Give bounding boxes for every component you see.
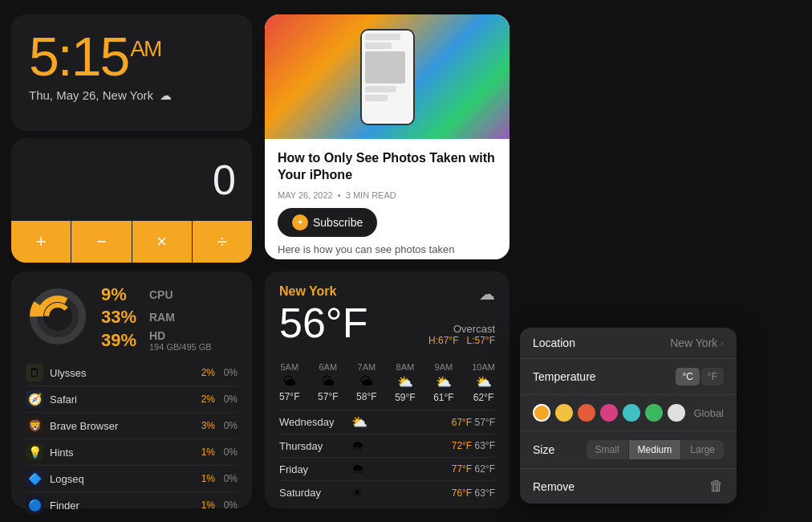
article-content: How to Only See Photos Taken with Your i… bbox=[265, 139, 510, 259]
subscribe-label: Subscribe bbox=[313, 216, 363, 229]
app-cpu-ulysses: 2% bbox=[189, 367, 215, 378]
subscribe-button[interactable]: ✦ Subscribe bbox=[278, 208, 377, 237]
cpu-label: CPU bbox=[149, 288, 173, 301]
clock-time: 5:15AM bbox=[29, 29, 234, 84]
app-cpu-hints: 1% bbox=[189, 447, 215, 458]
hour-item-6am: 6AM 🌥 57°F bbox=[318, 362, 338, 403]
app-cpu-finder: 1% bbox=[189, 500, 215, 511]
swatch-green[interactable] bbox=[645, 404, 663, 422]
phone-row bbox=[365, 43, 392, 49]
color-swatches bbox=[533, 404, 685, 422]
temp-toggle: °C °F bbox=[676, 368, 724, 385]
phone-row bbox=[365, 95, 388, 101]
temp-fahrenheit-button[interactable]: °F bbox=[701, 368, 724, 385]
list-item: 🔵 Finder 1% 0% bbox=[26, 492, 238, 518]
settings-location-value: New York › bbox=[670, 336, 724, 349]
article-read-time: 3 MIN READ bbox=[346, 190, 396, 200]
daily-row-saturday: Saturday ☀ 76°F 63°F bbox=[279, 481, 495, 504]
app-icon-hints: 💡 bbox=[26, 443, 43, 461]
hour-item-9am: 9AM ⛅ 61°F bbox=[433, 362, 453, 403]
article-widget: How to Only See Photos Taken with Your i… bbox=[265, 14, 510, 259]
weather-condition: Overcast bbox=[428, 323, 495, 335]
ram-label: RAM bbox=[149, 311, 175, 324]
swatch-red[interactable] bbox=[578, 404, 595, 422]
app-name-ulysses: Ulysses bbox=[50, 367, 189, 379]
hour-item-7am: 7AM 🌥 58°F bbox=[356, 362, 376, 403]
settings-location-row[interactable]: Location New York › bbox=[520, 328, 737, 359]
daily-row-thursday: Thursday 🌧 72°F 63°F bbox=[279, 434, 495, 458]
settings-color-row: Global bbox=[520, 395, 737, 431]
hourly-row: 5AM 🌥 57°F 6AM 🌥 57°F 7AM 🌥 58°F 8AM ⛅ 5… bbox=[279, 356, 495, 410]
settings-remove-row[interactable]: Remove 🗑 bbox=[520, 469, 737, 504]
ram-value: 33% bbox=[101, 307, 144, 328]
list-item: 🔷 Logseq 1% 0% bbox=[26, 466, 238, 492]
hd-label: HD bbox=[149, 329, 212, 342]
hour-item-10am: 10AM ⛅ 62°F bbox=[472, 362, 495, 403]
settings-temperature-label: Temperature bbox=[533, 370, 676, 383]
size-small-button[interactable]: Small bbox=[587, 440, 629, 459]
calc-display-value: 0 bbox=[213, 156, 236, 204]
clock-ampm: AM bbox=[130, 36, 160, 61]
settings-size-label: Size bbox=[533, 443, 587, 456]
app-ram-finder: 0% bbox=[215, 500, 238, 511]
calc-add-button[interactable]: + bbox=[11, 221, 71, 263]
app-cpu-safari: 2% bbox=[189, 394, 215, 405]
app-ram-logseq: 0% bbox=[215, 473, 238, 484]
settings-temperature-row: Temperature °C °F bbox=[520, 359, 737, 395]
settings-size-row: Size Small Medium Large bbox=[520, 431, 737, 469]
ram-stat-row: 33% RAM bbox=[101, 307, 212, 328]
weather-widget: New York ☁ 56°F Overcast H:67°F L:57°F 5… bbox=[265, 271, 510, 508]
weather-high: H:67°F bbox=[428, 335, 458, 346]
size-toggle: Small Medium Large bbox=[587, 440, 724, 459]
swatch-yellow[interactable] bbox=[555, 404, 573, 422]
hour-item-5am: 5AM 🌥 57°F bbox=[279, 362, 299, 403]
clock-date: Thu, May 26, New York ☁ bbox=[29, 88, 234, 103]
swatch-orange[interactable] bbox=[533, 404, 550, 422]
global-label: Global bbox=[693, 407, 724, 419]
activity-widget: 9% CPU 33% RAM 39% HD 194 GB/495 GB � bbox=[11, 271, 252, 508]
app-name-hints: Hints bbox=[50, 447, 189, 459]
calc-multiply-button[interactable]: × bbox=[132, 221, 193, 263]
weather-cloud-icon: ☁ bbox=[479, 284, 495, 304]
app-ram-ulysses: 0% bbox=[215, 367, 238, 378]
weather-low: L:57°F bbox=[467, 335, 495, 346]
app-cpu-brave: 3% bbox=[189, 420, 215, 431]
size-large-button[interactable]: Large bbox=[681, 440, 724, 459]
weather-hl: H:67°F L:57°F bbox=[428, 335, 495, 346]
phone-mockup bbox=[360, 29, 415, 125]
desktop: 5:15AM Thu, May 26, New York ☁ 0 + − × ÷ bbox=[0, 0, 812, 522]
app-name-safari: Safari bbox=[50, 394, 189, 406]
app-cpu-logseq: 1% bbox=[189, 473, 215, 484]
list-item: 💡 Hints 1% 0% bbox=[26, 439, 238, 466]
swatch-white[interactable] bbox=[668, 404, 685, 422]
list-item: 🦁 Brave Browser 3% 0% bbox=[26, 413, 238, 439]
app-icon-brave: 🦁 bbox=[26, 417, 43, 434]
swatch-teal[interactable] bbox=[623, 404, 640, 422]
temp-celsius-button[interactable]: °C bbox=[676, 368, 699, 385]
weather-top-row: 56°F Overcast H:67°F L:57°F bbox=[279, 300, 495, 346]
calc-subtract-button[interactable]: − bbox=[71, 221, 132, 263]
swatch-pink[interactable] bbox=[600, 404, 618, 422]
activity-top: 9% CPU 33% RAM 39% HD 194 GB/495 GB bbox=[26, 284, 238, 352]
cpu-stat-row: 9% CPU bbox=[101, 284, 212, 305]
weather-location: New York bbox=[279, 284, 495, 299]
list-item: 🧭 Safari 2% 0% bbox=[26, 386, 238, 413]
clock-time-value: 5:15 bbox=[29, 26, 128, 87]
cpu-value: 9% bbox=[101, 284, 144, 305]
calc-buttons: + − × ÷ bbox=[11, 221, 252, 263]
hd-size: 194 GB/495 GB bbox=[149, 342, 212, 352]
daily-row-wednesday: Wednesday ⛅ 67°F 57°F bbox=[279, 410, 495, 434]
article-meta: MAY 26, 2022 • 3 MIN READ bbox=[278, 190, 497, 200]
calc-divide-button[interactable]: ÷ bbox=[193, 221, 252, 263]
cloud-icon: ☁ bbox=[160, 88, 172, 103]
app-icon-safari: 🧭 bbox=[26, 390, 43, 408]
calculator-widget: 0 + − × ÷ bbox=[11, 138, 252, 263]
donut-container bbox=[26, 284, 90, 349]
size-medium-button[interactable]: Medium bbox=[629, 440, 682, 459]
app-icon-ulysses: 🗒 bbox=[26, 364, 43, 381]
settings-location-label: Location bbox=[533, 336, 670, 349]
article-date: MAY 26, 2022 bbox=[278, 190, 333, 200]
settings-remove-label: Remove bbox=[533, 480, 709, 493]
app-icon-finder: 🔵 bbox=[26, 496, 43, 514]
chevron-right-icon: › bbox=[721, 338, 724, 348]
